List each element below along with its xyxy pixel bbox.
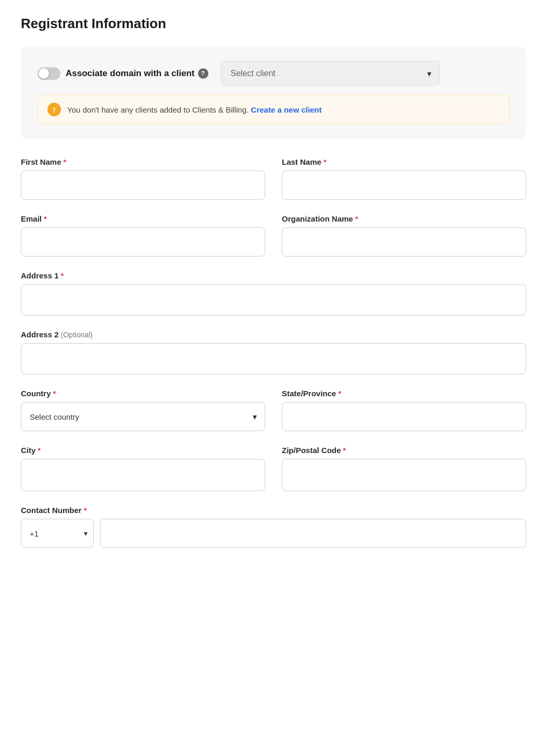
org-name-input[interactable] bbox=[282, 227, 526, 257]
city-required: * bbox=[38, 446, 41, 455]
zip-group: Zip/Postal Code * bbox=[282, 446, 526, 491]
zip-label-text: Zip/Postal Code bbox=[282, 446, 341, 455]
org-name-label-text: Organization Name bbox=[282, 214, 353, 223]
page-title: Registrant Information bbox=[21, 16, 526, 32]
contact-group: Contact Number * +1 +44 +91 +61 ▾ bbox=[21, 506, 526, 548]
notice-text: You don't have any clients added to Clie… bbox=[67, 105, 321, 114]
org-name-label: Organization Name * bbox=[282, 214, 526, 223]
warning-icon: ! bbox=[47, 103, 61, 116]
last-name-label: Last Name * bbox=[282, 157, 526, 166]
org-name-group: Organization Name * bbox=[282, 214, 526, 257]
address1-required: * bbox=[61, 271, 64, 280]
zip-required: * bbox=[343, 446, 346, 455]
zip-label: Zip/Postal Code * bbox=[282, 446, 526, 455]
contact-label-text: Contact Number bbox=[21, 506, 82, 515]
name-row: First Name * Last Name * bbox=[21, 157, 526, 200]
email-required: * bbox=[44, 214, 47, 223]
first-name-label: First Name * bbox=[21, 157, 265, 166]
address1-label: Address 1 * bbox=[21, 271, 526, 280]
country-state-row: Country * Select country United States C… bbox=[21, 389, 526, 431]
address2-row: Address 2 (Optional) bbox=[21, 330, 526, 374]
form-section: First Name * Last Name * Email * Organiz… bbox=[21, 157, 526, 548]
toggle-knob bbox=[39, 68, 49, 79]
country-select[interactable]: Select country United States Canada Unit… bbox=[21, 402, 265, 431]
address1-input[interactable] bbox=[21, 284, 526, 315]
zip-input[interactable] bbox=[282, 459, 526, 491]
select-client-wrapper: Select client ▾ bbox=[221, 61, 440, 86]
help-icon[interactable]: ? bbox=[198, 68, 208, 79]
email-group: Email * bbox=[21, 214, 265, 257]
associate-section: Associate domain with a client ? Select … bbox=[21, 46, 526, 139]
country-group: Country * Select country United States C… bbox=[21, 389, 265, 431]
country-label-text: Country bbox=[21, 389, 51, 398]
city-zip-row: City * Zip/Postal Code * bbox=[21, 446, 526, 491]
contact-row: Contact Number * +1 +44 +91 +61 ▾ bbox=[21, 506, 526, 548]
address2-group: Address 2 (Optional) bbox=[21, 330, 526, 374]
first-name-required: * bbox=[64, 157, 67, 166]
last-name-required: * bbox=[324, 157, 327, 166]
last-name-input[interactable] bbox=[282, 170, 526, 200]
associate-label-text: Associate domain with a client bbox=[66, 68, 195, 79]
country-label: Country * bbox=[21, 389, 265, 398]
select-client-dropdown[interactable]: Select client bbox=[221, 61, 440, 86]
contact-label: Contact Number * bbox=[21, 506, 526, 515]
city-label: City * bbox=[21, 446, 265, 455]
state-label-text: State/Province bbox=[282, 389, 336, 398]
associate-toggle[interactable] bbox=[38, 67, 60, 80]
phone-code-wrapper: +1 +44 +91 +61 ▾ bbox=[21, 519, 94, 548]
notice-box: ! You don't have any clients added to Cl… bbox=[38, 95, 509, 124]
country-select-wrapper: Select country United States Canada Unit… bbox=[21, 402, 265, 431]
address2-input[interactable] bbox=[21, 343, 526, 374]
address1-row: Address 1 * bbox=[21, 271, 526, 315]
associate-label: Associate domain with a client ? bbox=[66, 68, 208, 79]
address1-group: Address 1 * bbox=[21, 271, 526, 315]
first-name-group: First Name * bbox=[21, 157, 265, 200]
address1-label-text: Address 1 bbox=[21, 271, 59, 280]
address2-optional: (Optional) bbox=[61, 331, 93, 339]
address2-label: Address 2 (Optional) bbox=[21, 330, 526, 339]
state-group: State/Province * bbox=[282, 389, 526, 431]
country-required: * bbox=[53, 389, 56, 398]
city-input[interactable] bbox=[21, 459, 265, 491]
state-label: State/Province * bbox=[282, 389, 526, 398]
city-label-text: City bbox=[21, 446, 35, 455]
state-input[interactable] bbox=[282, 402, 526, 431]
state-required: * bbox=[338, 389, 341, 398]
first-name-label-text: First Name bbox=[21, 157, 61, 166]
city-group: City * bbox=[21, 446, 265, 491]
email-input[interactable] bbox=[21, 227, 265, 257]
phone-code-select[interactable]: +1 +44 +91 +61 bbox=[21, 519, 94, 548]
last-name-label-text: Last Name bbox=[282, 157, 321, 166]
email-label-text: Email bbox=[21, 214, 42, 223]
email-org-row: Email * Organization Name * bbox=[21, 214, 526, 257]
last-name-group: Last Name * bbox=[282, 157, 526, 200]
first-name-input[interactable] bbox=[21, 170, 265, 200]
phone-number-input[interactable] bbox=[100, 519, 526, 548]
address2-label-text: Address 2 bbox=[21, 330, 59, 339]
email-label: Email * bbox=[21, 214, 265, 223]
toggle-wrap: Associate domain with a client ? bbox=[38, 67, 208, 80]
create-new-client-link[interactable]: Create a new client bbox=[251, 105, 322, 114]
notice-text-content: You don't have any clients added to Clie… bbox=[67, 105, 248, 114]
org-name-required: * bbox=[355, 214, 358, 223]
associate-row: Associate domain with a client ? Select … bbox=[38, 61, 509, 86]
phone-row: +1 +44 +91 +61 ▾ bbox=[21, 519, 526, 548]
contact-required: * bbox=[84, 506, 87, 515]
